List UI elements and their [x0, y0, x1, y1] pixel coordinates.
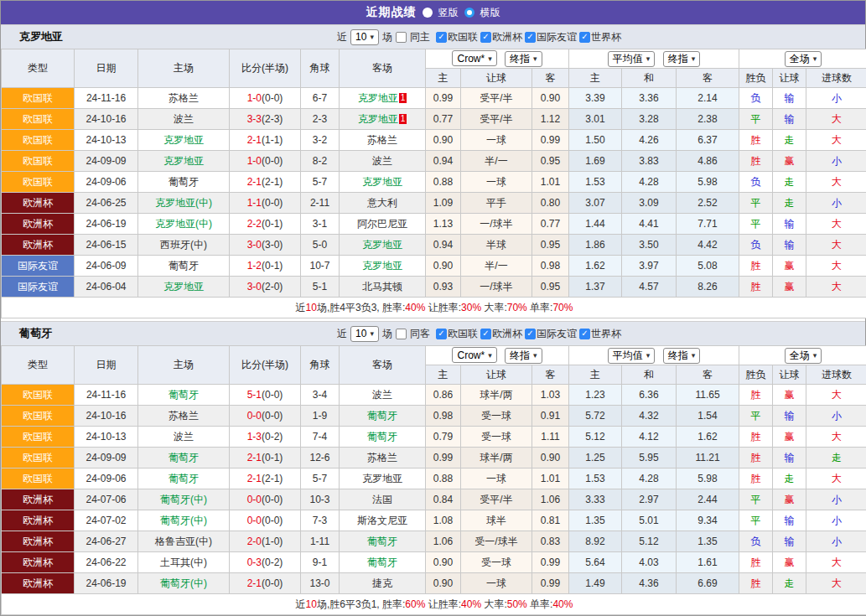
- away-team-cell: 葡萄牙: [340, 531, 426, 552]
- league-checkbox[interactable]: [525, 32, 536, 43]
- match-date: 24-10-13: [75, 130, 138, 151]
- league-checkbox[interactable]: [525, 329, 536, 339]
- avg-away-odds: 4.86: [677, 151, 739, 172]
- handicap-away-odds: 1.03: [532, 385, 569, 406]
- result-goals: 大: [806, 109, 866, 130]
- same-side-label: 同主: [410, 30, 430, 44]
- matches-count-select[interactable]: 10: [350, 326, 379, 342]
- avg-away-odds: 8.26: [677, 277, 739, 298]
- period-select-value: 全场: [790, 52, 810, 66]
- handicap-away-odds: 1.12: [532, 109, 569, 130]
- match-date: 24-09-06: [75, 172, 138, 193]
- away-team-name: 波兰: [372, 155, 392, 167]
- filter-bar: 近 10 场 同主 欧国联欧洲杯国际友谊世界杯: [337, 29, 621, 45]
- matches-count-value: 10: [355, 31, 366, 43]
- result-handicap: 赢: [773, 256, 806, 277]
- subcol-result-handicap: 让球: [773, 365, 806, 385]
- col-header-score: 比分(半场): [230, 49, 301, 88]
- vertical-layout-radio[interactable]: [423, 8, 433, 18]
- summary-text: 大率:: [481, 302, 507, 313]
- match-score: 1-0(0-0): [230, 88, 301, 109]
- result-goals: 大: [806, 468, 866, 489]
- corner-count: 7-4: [301, 427, 340, 448]
- league-checkbox[interactable]: [579, 329, 590, 339]
- match-score: 3-3(2-3): [230, 109, 301, 130]
- league-checkbox[interactable]: [436, 329, 447, 339]
- match-date: 24-09-09: [75, 448, 138, 468]
- matches-count-select[interactable]: 10: [350, 29, 379, 45]
- result-goals: 大: [806, 172, 866, 193]
- period-select[interactable]: 全场: [785, 51, 822, 67]
- avg-home-odds: 1.23: [569, 385, 622, 406]
- league-badge: 欧国联: [2, 172, 75, 193]
- avg-away-odds: 1.54: [677, 406, 739, 427]
- handicap-home-odds: 0.88: [426, 468, 461, 489]
- result-wdl: 胜: [739, 385, 773, 406]
- average-odds-type-select[interactable]: 终指: [663, 51, 701, 67]
- away-team-name: 法国: [372, 494, 392, 505]
- avg-draw-odds: 4.57: [622, 277, 677, 298]
- away-team-name: 克罗地亚: [362, 239, 402, 251]
- avg-draw-odds: 5.12: [622, 531, 677, 552]
- result-handicap: 走: [773, 193, 806, 214]
- avg-away-odds: 5.98: [677, 468, 739, 489]
- away-team-cell: 克罗地亚: [340, 468, 426, 489]
- average-select[interactable]: 平均值: [608, 51, 656, 67]
- result-handicap: 输: [773, 510, 806, 531]
- same-side-checkbox[interactable]: [396, 32, 407, 43]
- home-team-name: 苏格兰: [169, 410, 199, 422]
- bookmaker-select[interactable]: Crow*: [452, 50, 496, 66]
- summary-text: 30%: [461, 302, 481, 313]
- subcol-handicap-away: 客: [532, 69, 569, 88]
- handicap-line: 受平/半: [461, 109, 532, 130]
- handicap-away-odds: 0.90: [532, 88, 569, 109]
- handicap-home-odds: 1.13: [426, 214, 461, 235]
- away-team-cell: 捷克: [340, 573, 426, 594]
- fulltime-score: 5-1: [247, 389, 262, 401]
- corner-count: 5-1: [301, 277, 340, 298]
- handicap-line: 半/一: [461, 256, 532, 277]
- away-team-name: 克罗地亚: [358, 92, 398, 104]
- league-checkbox[interactable]: [579, 32, 590, 43]
- away-team-name: 波兰: [372, 389, 392, 401]
- summary-text: 10: [306, 598, 317, 610]
- league-badge: 欧国联: [2, 468, 75, 489]
- result-wdl: 负: [739, 531, 773, 552]
- handicap-odds-type-select[interactable]: 终指: [505, 51, 542, 67]
- league-checkbox[interactable]: [436, 32, 447, 43]
- result-goals: 大: [806, 235, 866, 256]
- league-checkbox-label: 国际友谊: [537, 30, 577, 44]
- vertical-layout-label: 竖版: [438, 6, 459, 20]
- average-group-header: 平均值 终指: [569, 346, 739, 365]
- bookmaker-select[interactable]: Crow*: [452, 347, 496, 363]
- horizontal-layout-radio[interactable]: [464, 8, 474, 18]
- league-badge: 欧国联: [2, 109, 75, 130]
- league-checkbox[interactable]: [480, 329, 491, 339]
- result-goals: 小: [806, 88, 866, 109]
- halftime-score: (1-1): [262, 134, 283, 146]
- avg-draw-odds: 4.12: [622, 427, 677, 448]
- period-select[interactable]: 全场: [785, 348, 822, 364]
- col-header-home: 主场: [138, 346, 230, 385]
- handicap-line: 受一/球半: [461, 531, 532, 552]
- same-side-checkbox[interactable]: [396, 329, 407, 339]
- col-header-corner: 角球: [301, 346, 340, 385]
- avg-away-odds: 11.65: [677, 385, 739, 406]
- average-odds-type-select[interactable]: 终指: [663, 348, 701, 364]
- average-select[interactable]: 平均值: [608, 348, 656, 364]
- matches-label: 场: [382, 327, 392, 341]
- handicap-odds-type-select[interactable]: 终指: [505, 348, 542, 364]
- result-goals: 大: [806, 385, 866, 406]
- fulltime-score: 2-1: [247, 452, 262, 463]
- handicap-line: 一球: [461, 468, 532, 489]
- halftime-score: (3-0): [262, 239, 283, 251]
- league-checkbox[interactable]: [480, 32, 491, 43]
- team-name: 葡萄牙: [19, 326, 52, 341]
- halftime-score: (2-1): [262, 473, 283, 484]
- halftime-score: (0-2): [262, 431, 283, 443]
- subcol-handicap-line: 让球: [461, 365, 532, 385]
- fulltime-score: 1-3: [247, 431, 262, 443]
- match-row: 欧国联24-11-16葡萄牙5-1(0-0)3-4波兰0.86球半/两1.031…: [2, 385, 866, 406]
- result-wdl: 平: [739, 214, 773, 235]
- col-header-type: 类型: [2, 346, 75, 385]
